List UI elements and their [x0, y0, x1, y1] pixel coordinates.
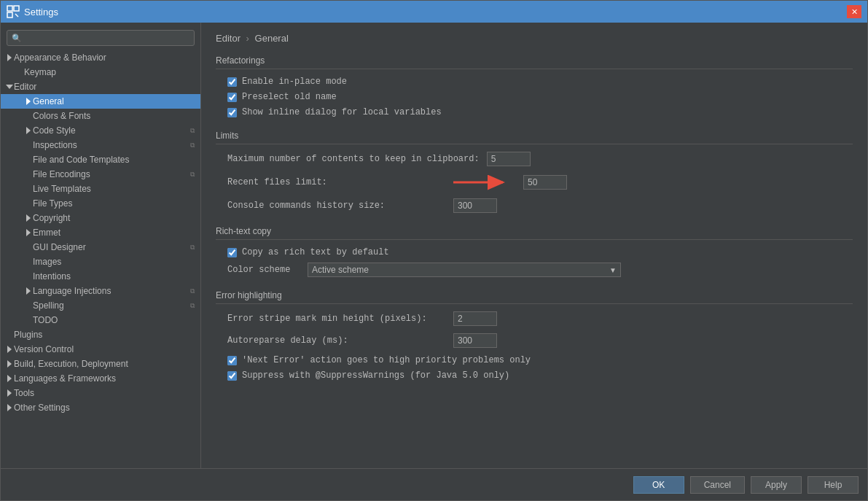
checkbox-label: 'Next Error' action goes to high priorit… — [242, 355, 531, 365]
sidebar-item-label: General — [33, 96, 195, 106]
sidebar-item-copyright[interactable]: Copyright — [1, 211, 200, 225]
checkbox-row-enable-inplace: Enable in-place mode — [216, 77, 853, 87]
sidebar-item-colors-fonts[interactable]: Colors & Fonts — [1, 109, 200, 123]
checkbox-enable-inplace[interactable] — [227, 77, 237, 87]
sidebar-item-label: Live Templates — [33, 184, 195, 194]
triangle-icon — [26, 287, 31, 295]
triangle-icon — [7, 54, 12, 61]
field-input-autoreparse[interactable] — [453, 333, 497, 348]
field-input-console-history[interactable] — [453, 198, 497, 213]
field-input-clipboard[interactable] — [487, 152, 531, 166]
field-input-recent-files[interactable] — [523, 175, 567, 190]
sidebar-item-version-control[interactable]: Version Control — [1, 342, 200, 357]
sidebar-item-intentions[interactable]: Intentions — [1, 269, 200, 284]
dropdown-row-color-scheme: Color scheme Active scheme Default Darcu… — [216, 263, 853, 277]
checkbox-label: Copy as rich text by default — [242, 247, 389, 257]
field-label-autoreparse: Autoreparse delay (ms): — [227, 335, 446, 346]
titlebar: Settings ✕ — [1, 1, 867, 23]
refactorings-section: Refactorings Enable in-place mode Presel… — [216, 55, 853, 117]
ok-button[interactable]: OK — [633, 476, 684, 494]
breadcrumb-separator: › — [246, 33, 249, 44]
triangle-icon — [26, 127, 31, 134]
field-input-stripe-height[interactable] — [453, 311, 497, 326]
triangle-icon — [26, 98, 31, 105]
search-box[interactable]: 🔍 — [7, 30, 195, 46]
triangle-icon — [6, 85, 13, 89]
checkbox-next-error[interactable] — [227, 356, 237, 365]
field-label-console-history: Console commands history size: — [227, 201, 446, 211]
sidebar-item-languages[interactable]: Languages & Frameworks — [1, 371, 200, 386]
bottom-bar: OK Cancel Apply Help — [1, 468, 867, 500]
sidebar-item-other-settings[interactable]: Other Settings — [1, 400, 200, 415]
sidebar-item-keymap[interactable]: Keymap — [1, 65, 200, 79]
sidebar-item-label: GUI Designer — [33, 242, 190, 252]
svg-rect-2 — [7, 12, 12, 18]
checkbox-copy-rich[interactable] — [227, 248, 237, 257]
checkbox-label: Enable in-place mode — [242, 77, 347, 87]
main-content: 🔍 Appearance & Behavior Keymap — [1, 23, 867, 468]
sidebar-item-label: Keymap — [24, 67, 195, 77]
window-title: Settings — [24, 7, 58, 18]
sidebar-item-build[interactable]: Build, Execution, Deployment — [1, 357, 200, 371]
sidebar-item-label: Images — [33, 257, 195, 267]
sidebar-item-gui-designer[interactable]: GUI Designer ⧉ — [1, 240, 200, 255]
field-row-clipboard: Maximum number of contents to keep in cl… — [216, 152, 853, 166]
sidebar-item-general[interactable]: General — [1, 94, 200, 109]
sidebar-item-plugins[interactable]: Plugins — [1, 327, 200, 342]
rich-text-header: Rich-text copy — [216, 226, 853, 240]
copy-icon: ⧉ — [190, 302, 195, 310]
sidebar-item-images[interactable]: Images — [1, 255, 200, 269]
sidebar-item-inspections[interactable]: Inspections ⧉ — [1, 138, 200, 152]
sidebar-item-label: Editor — [14, 82, 195, 92]
sidebar-item-emmet[interactable]: Emmet — [1, 225, 200, 240]
cancel-button[interactable]: Cancel — [690, 476, 745, 494]
error-highlighting-section: Error highlighting Error stripe mark min… — [216, 290, 853, 381]
apply-button[interactable]: Apply — [751, 476, 802, 494]
sidebar-item-file-types[interactable]: File Types — [1, 196, 200, 211]
sidebar-item-editor[interactable]: Editor — [1, 79, 200, 94]
checkbox-row-copy-rich: Copy as rich text by default — [216, 247, 853, 257]
sidebar-item-live-templates[interactable]: Live Templates — [1, 182, 200, 196]
svg-rect-1 — [14, 6, 19, 11]
checkbox-preselect-old[interactable] — [227, 93, 237, 102]
field-label-recent-files: Recent files limit: — [227, 177, 446, 187]
titlebar-left: Settings — [7, 5, 58, 18]
field-row-recent-files: Recent files limit: — [216, 174, 853, 191]
settings-window: Settings ✕ 🔍 Appearance & Behavior — [0, 0, 868, 501]
sidebar-item-label: File and Code Templates — [33, 155, 195, 165]
breadcrumb-parent: Editor — [216, 33, 241, 44]
sidebar-item-tools[interactable]: Tools — [1, 386, 200, 400]
search-icon: 🔍 — [12, 34, 22, 43]
app-logo — [7, 5, 20, 18]
sidebar-item-label: Inspections — [33, 140, 190, 150]
sidebar-item-label: File Encodings — [33, 169, 190, 179]
limits-header: Limits — [216, 131, 853, 144]
checkbox-row-suppress-warnings: Suppress with @SuppressWarnings (for Jav… — [216, 370, 853, 381]
sidebar-item-code-style[interactable]: Code Style ⧉ — [1, 123, 200, 138]
sidebar-item-label: Copyright — [33, 213, 195, 223]
sidebar-item-spelling[interactable]: Spelling ⧉ — [1, 298, 200, 313]
triangle-icon — [7, 360, 12, 368]
checkbox-show-inline[interactable] — [227, 108, 237, 117]
sidebar-item-label: Tools — [14, 388, 195, 398]
rich-text-section: Rich-text copy Copy as rich text by defa… — [216, 226, 853, 277]
sidebar-item-file-encodings[interactable]: File Encodings ⧉ — [1, 167, 200, 182]
limits-section: Limits Maximum number of contents to kee… — [216, 131, 853, 213]
help-button[interactable]: Help — [808, 476, 859, 494]
sidebar-item-appearance[interactable]: Appearance & Behavior — [1, 50, 200, 65]
sidebar-item-todo[interactable]: TODO — [1, 313, 200, 327]
triangle-icon — [26, 214, 31, 222]
search-input[interactable] — [25, 33, 189, 43]
sidebar-item-file-code-templates[interactable]: File and Code Templates — [1, 152, 200, 167]
close-button[interactable]: ✕ — [847, 5, 861, 18]
sidebar-item-label: Intentions — [33, 271, 195, 281]
dropdown-color-scheme[interactable]: Active scheme Default Darcula — [308, 263, 621, 277]
checkbox-suppress-warnings[interactable] — [227, 371, 237, 381]
red-arrow-icon — [453, 174, 512, 191]
triangle-icon — [7, 389, 12, 397]
sidebar-item-language-injections[interactable]: Language Injections ⧉ — [1, 284, 200, 298]
triangle-icon — [26, 229, 31, 236]
svg-rect-0 — [7, 6, 12, 11]
copy-icon: ⧉ — [190, 244, 195, 252]
content-area: Editor › General Refactorings Enable in-… — [201, 23, 867, 468]
